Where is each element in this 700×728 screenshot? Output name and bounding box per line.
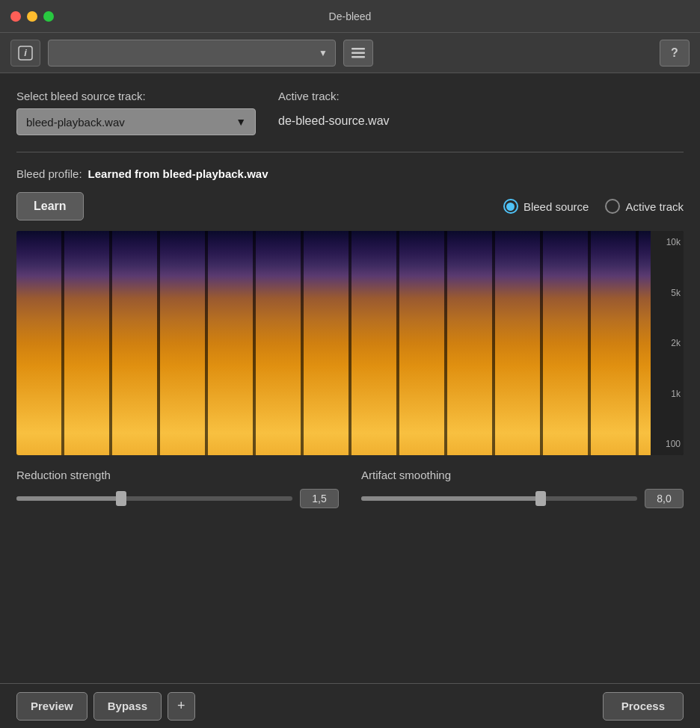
reduction-strength-label: Reduction strength [16, 469, 339, 481]
close-button[interactable] [10, 11, 21, 22]
window-title: De-bleed [329, 10, 372, 22]
minimize-button[interactable] [27, 11, 37, 22]
section-divider [16, 152, 684, 152]
plus-button[interactable]: + [168, 692, 195, 721]
artifact-smoothing-label: Artifact smoothing [361, 469, 684, 481]
main-content: Select bleed source track: bleed-playbac… [0, 73, 700, 508]
process-button[interactable]: Process [603, 692, 684, 721]
title-bar: De-bleed [0, 0, 700, 33]
reduction-strength-row: 1,5 [16, 489, 339, 508]
svg-rect-4 [351, 56, 365, 58]
reduction-strength-track[interactable] [16, 496, 292, 501]
radio-bleed-source-circle [503, 199, 518, 214]
radio-active-track-circle [605, 199, 620, 214]
source-track-dropdown[interactable]: bleed-playback.wav ▼ [16, 108, 256, 135]
artifact-smoothing-group: Artifact smoothing 8,0 [361, 469, 684, 508]
preset-dropdown[interactable]: ▼ [48, 40, 336, 67]
spectrogram-visual [16, 231, 651, 455]
radio-group: Bleed source Active track [503, 199, 684, 214]
radio-active-track-label: Active track [625, 200, 684, 213]
reduction-strength-fill [16, 496, 121, 501]
freq-10k: 10k [666, 237, 681, 247]
svg-rect-3 [351, 52, 365, 54]
list-button[interactable] [343, 40, 373, 67]
active-track-label: Active track: [278, 90, 390, 102]
bleed-profile-value: Learned from bleed-playback.wav [88, 167, 268, 180]
artifact-smoothing-track[interactable] [361, 496, 637, 501]
reduction-strength-thumb[interactable] [116, 491, 126, 506]
spectrogram-container: 10k 5k 2k 1k 100 [16, 231, 684, 455]
reduction-strength-group: Reduction strength 1,5 [16, 469, 339, 508]
preset-dropdown-arrow: ▼ [319, 48, 328, 58]
bleed-profile-row: Bleed profile: Learned from bleed-playba… [16, 167, 684, 180]
radio-bleed-source-inner [506, 203, 515, 211]
artifact-smoothing-row: 8,0 [361, 489, 684, 508]
source-track-group: Select bleed source track: bleed-playbac… [16, 90, 256, 135]
radio-active-track[interactable]: Active track [605, 199, 684, 214]
freq-100: 100 [666, 439, 681, 449]
bleed-profile-label: Bleed profile: [16, 167, 82, 180]
help-button[interactable]: ? [660, 40, 690, 67]
learn-button[interactable]: Learn [16, 192, 84, 220]
bypass-button[interactable]: Bypass [93, 692, 162, 721]
toolbar: i ▼ ? [0, 33, 700, 73]
artifact-smoothing-value[interactable]: 8,0 [645, 489, 684, 508]
help-label: ? [671, 46, 678, 60]
reduction-strength-value[interactable]: 1,5 [300, 489, 339, 508]
radio-bleed-source-label: Bleed source [524, 200, 589, 213]
plugin-icon-button[interactable]: i [10, 40, 40, 67]
preview-button[interactable]: Preview [16, 692, 88, 721]
active-track-group: Active track: de-bleed-source.wav [278, 90, 390, 128]
freq-labels: 10k 5k 2k 1k 100 [651, 231, 684, 455]
freq-2k: 2k [671, 338, 681, 348]
track-selection-row: Select bleed source track: bleed-playbac… [16, 90, 684, 135]
source-dropdown-arrow-icon: ▼ [236, 116, 246, 128]
radio-bleed-source[interactable]: Bleed source [503, 199, 589, 214]
bottom-bar: Preview Bypass + Process [0, 683, 700, 728]
active-track-value: de-bleed-source.wav [278, 108, 390, 128]
sliders-section: Reduction strength 1,5 Artifact smoothin… [16, 469, 684, 508]
svg-text:i: i [24, 47, 27, 58]
artifact-smoothing-thumb[interactable] [535, 491, 546, 506]
learn-radio-row: Learn Bleed source Active track [16, 192, 684, 220]
freq-1k: 1k [671, 389, 681, 399]
window-controls[interactable] [10, 11, 54, 22]
svg-rect-2 [351, 48, 365, 50]
freq-5k: 5k [671, 288, 681, 298]
spectrogram-canvas [16, 231, 651, 455]
artifact-smoothing-fill [361, 496, 541, 501]
source-track-label: Select bleed source track: [16, 90, 256, 102]
maximize-button[interactable] [43, 11, 54, 22]
source-track-value: bleed-playback.wav [26, 116, 236, 129]
